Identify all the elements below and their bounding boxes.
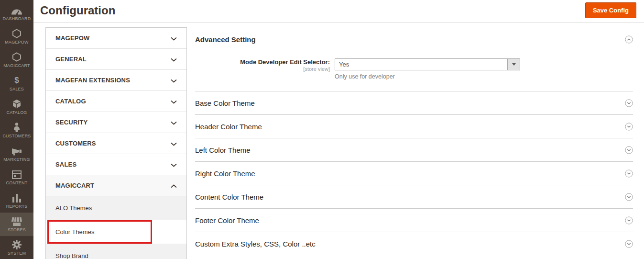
field-label: Mode Developer Edit Selector:	[195, 58, 330, 66]
advanced-setting-section: Advanced Setting Mode Developer Edit Sel…	[195, 27, 633, 91]
mode-developer-field-row: Mode Developer Edit Selector: [store vie…	[195, 58, 633, 80]
collapse-circle-down-icon[interactable]	[625, 193, 633, 201]
sidebar-item-label: REPORTS	[6, 204, 28, 209]
page-title: Configuration	[40, 0, 115, 21]
config-nav-label: GENERAL	[55, 56, 87, 63]
hexagon-icon	[12, 29, 22, 38]
section-title: Footer Color Theme	[195, 216, 259, 225]
section-base-color-theme[interactable]: Base Color Theme	[195, 91, 633, 114]
page-header: Configuration Save Config	[33, 0, 644, 23]
collapse-circle-down-icon[interactable]	[625, 123, 633, 131]
sidebar-item-customers[interactable]: CUSTOMERS	[0, 119, 33, 142]
sidebar-item-label: MARKETING	[3, 157, 30, 162]
section-header-color-theme[interactable]: Header Color Theme	[195, 114, 633, 138]
field-label-column: Mode Developer Edit Selector: [store vie…	[195, 58, 335, 80]
chevron-down-icon	[171, 76, 177, 85]
sidebar-item-system[interactable]: SYSTEM	[0, 236, 33, 259]
collapse-circle-down-icon[interactable]	[625, 99, 633, 107]
section-footer-color-theme[interactable]: Footer Color Theme	[195, 208, 633, 232]
collapse-circle-down-icon[interactable]	[625, 169, 633, 178]
sidebar-item-catalog[interactable]: CATALOG	[0, 95, 33, 119]
sidebar-item-magepow[interactable]: MAGEPOW	[0, 25, 33, 48]
section-title: Custom Extra Styles, CSS, Color ..etc	[195, 240, 316, 248]
field-comment: Only use for developer	[335, 73, 520, 80]
hexagon-icon	[12, 52, 22, 62]
store-icon	[11, 216, 22, 226]
section-left-color-theme[interactable]: Left Color Theme	[195, 138, 633, 161]
collapse-circle-down-icon[interactable]	[625, 146, 633, 154]
section-title: Right Color Theme	[195, 169, 255, 178]
subitem-alo-themes[interactable]: ALO Themes	[46, 196, 186, 220]
section-right-color-theme[interactable]: Right Color Theme	[195, 161, 633, 185]
box-icon	[12, 99, 22, 109]
sidebar-item-content[interactable]: CONTENT	[0, 166, 33, 189]
config-main-content: Advanced Setting Mode Developer Edit Sel…	[195, 27, 633, 255]
dashboard-icon	[11, 5, 22, 15]
config-nav-catalog[interactable]: CATALOG	[46, 91, 186, 112]
sidebar-item-magiccart[interactable]: MAGICCART	[0, 48, 33, 72]
section-title: Header Color Theme	[195, 123, 262, 131]
sidebar-item-reports[interactable]: REPORTS	[0, 189, 33, 213]
sidebar-item-label: STORES	[8, 227, 26, 232]
chevron-down-icon	[171, 118, 177, 127]
sidebar-item-label: MAGICCART	[3, 63, 30, 68]
field-input-column: Yes Only use for developer	[335, 58, 520, 80]
subitem-color-themes[interactable]: Color Themes	[46, 220, 186, 244]
chevron-up-icon	[171, 181, 177, 190]
select-arrow-icon[interactable]	[507, 59, 520, 70]
sidebar-item-label: CUSTOMERS	[2, 134, 31, 138]
config-nav-label: SALES	[55, 161, 76, 168]
select-value: Yes	[335, 59, 507, 70]
sidebar-item-stores[interactable]: STORES	[0, 213, 33, 236]
mode-developer-select[interactable]: Yes	[335, 58, 520, 70]
sidebar-item-dashboard[interactable]: DASHBOARD	[0, 1, 33, 25]
gear-icon	[12, 240, 22, 249]
scope-hint: [store view]	[195, 66, 330, 72]
sidebar-item-sales[interactable]: $ SALES	[0, 72, 33, 95]
config-nav-customers[interactable]: CUSTOMERS	[46, 133, 186, 154]
sidebar-item-label: DASHBOARD	[3, 16, 31, 21]
config-section-nav: MAGEPOW GENERAL MAGEFAN EXTENSIONS CATAL…	[45, 27, 187, 259]
sidebar-item-label: CATALOG	[6, 110, 27, 115]
advanced-setting-header[interactable]: Advanced Setting	[195, 35, 633, 44]
sidebar-item-label: MAGEPOW	[5, 40, 28, 45]
section-custom-extra-styles[interactable]: Custom Extra Styles, CSS, Color ..etc	[195, 232, 633, 255]
config-nav-general[interactable]: GENERAL	[46, 49, 186, 70]
sidebar-item-label: SALES	[10, 87, 24, 91]
collapse-circle-up-icon[interactable]	[625, 35, 633, 44]
section-title: Left Color Theme	[195, 146, 251, 154]
collapse-circle-down-icon[interactable]	[625, 216, 633, 225]
sidebar-item-label: SYSTEM	[8, 251, 26, 256]
config-nav-label: MAGICCART	[55, 182, 94, 189]
config-nav-sales[interactable]: SALES	[46, 154, 186, 175]
chevron-down-icon	[171, 34, 177, 43]
config-nav-label: MAGEFAN EXTENSIONS	[55, 77, 130, 84]
section-content-color-theme[interactable]: Content Color Theme	[195, 185, 633, 208]
config-nav-label: SECURITY	[55, 119, 87, 126]
magiccart-subitems: ALO Themes Color Themes Shop Brand	[46, 196, 186, 259]
admin-sidebar: DASHBOARD MAGEPOW MAGICCART $ SALES CATA…	[0, 0, 33, 259]
chevron-down-icon	[171, 160, 177, 169]
config-nav-magepow[interactable]: MAGEPOW	[46, 28, 186, 49]
save-config-button[interactable]: Save Config	[585, 2, 636, 18]
section-title: Advanced Setting	[195, 35, 256, 44]
chevron-down-icon	[171, 97, 177, 106]
dollar-icon: $	[14, 76, 19, 85]
config-nav-label: CATALOG	[55, 98, 86, 105]
subitem-shop-brand[interactable]: Shop Brand	[46, 244, 186, 259]
collapse-circle-down-icon[interactable]	[625, 240, 633, 248]
sidebar-item-label: CONTENT	[6, 180, 28, 185]
config-nav-label: MAGEPOW	[55, 34, 89, 42]
section-title: Content Color Theme	[195, 193, 263, 201]
megaphone-icon	[11, 146, 22, 156]
config-nav-label: CUSTOMERS	[55, 140, 96, 147]
chevron-down-icon	[171, 139, 177, 148]
chevron-down-icon	[171, 55, 177, 64]
section-title: Base Color Theme	[195, 99, 255, 107]
bar-chart-icon	[12, 193, 21, 203]
window-icon	[12, 169, 22, 179]
config-nav-security[interactable]: SECURITY	[46, 112, 186, 133]
sidebar-item-marketing[interactable]: MARKETING	[0, 142, 33, 166]
config-nav-magiccart[interactable]: MAGICCART	[46, 175, 186, 196]
config-nav-magefan-extensions[interactable]: MAGEFAN EXTENSIONS	[46, 70, 186, 91]
